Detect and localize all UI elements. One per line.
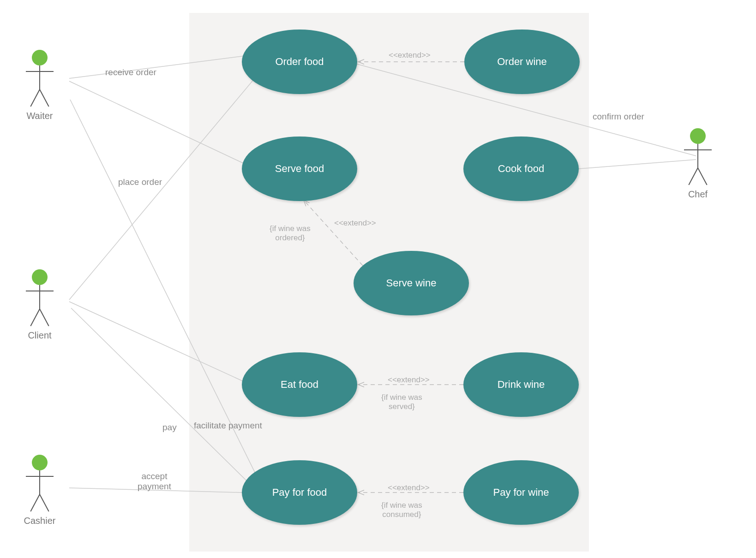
actor-label: Waiter <box>26 111 53 121</box>
actor-arms-icon <box>26 476 54 477</box>
actor-legs-icon <box>28 495 51 514</box>
actor-client: Client <box>28 269 51 328</box>
diagram-canvas: WaiterClientCashierChefOrder foodOrder w… <box>0 0 756 558</box>
usecase-order-wine: Order wine <box>464 30 580 94</box>
actor-head-icon <box>32 50 48 65</box>
actor-legs-icon <box>28 310 51 328</box>
edge-label: <<extend>> <box>388 483 430 493</box>
edge-label: {if wine was consumed} <box>381 501 422 519</box>
actor-head-icon <box>32 269 48 285</box>
usecase-order-food: Order food <box>242 30 357 94</box>
edge-label: <<extend>> <box>389 51 431 60</box>
edge-label: <<extend>> <box>334 219 376 228</box>
usecase-eat-food: Eat food <box>242 352 357 417</box>
actor-chef: Chef <box>686 128 709 187</box>
actor-arms-icon <box>26 71 54 72</box>
usecase-drink-wine: Drink wine <box>463 352 579 417</box>
usecase-pay-food: Pay for food <box>242 460 357 525</box>
actor-body-icon <box>39 285 40 310</box>
svg-line-7 <box>579 160 696 169</box>
edge-label: <<extend>> <box>388 375 430 385</box>
edge-label: facilitate payment <box>194 421 262 431</box>
edge-label: {if wine was ordered} <box>270 224 311 243</box>
usecase-pay-wine: Pay for wine <box>463 460 579 525</box>
edge-label: place order <box>118 177 162 187</box>
actor-body-icon <box>39 65 40 90</box>
actor-label: Cashier <box>24 516 56 526</box>
edge-label: receive order <box>105 67 156 77</box>
edge-label: {if wine was served} <box>381 393 422 411</box>
usecase-cook-food: Cook food <box>463 137 579 201</box>
actor-body-icon <box>697 144 698 169</box>
usecase-serve-wine: Serve wine <box>354 251 469 315</box>
actor-body-icon <box>39 470 40 495</box>
actor-label: Chef <box>688 189 708 200</box>
actor-head-icon <box>32 455 48 470</box>
usecase-serve-food: Serve food <box>242 137 357 201</box>
edge-label: accept payment <box>138 471 171 492</box>
actor-legs-icon <box>686 169 709 187</box>
actor-legs-icon <box>28 90 51 109</box>
actor-arms-icon <box>684 149 712 150</box>
actor-cashier: Cashier <box>28 455 51 514</box>
actor-waiter: Waiter <box>28 50 51 109</box>
edge-label: pay <box>162 422 177 433</box>
actor-head-icon <box>690 128 706 144</box>
actor-label: Client <box>28 330 51 341</box>
edge-label: confirm order <box>593 112 644 122</box>
actor-arms-icon <box>26 291 54 291</box>
